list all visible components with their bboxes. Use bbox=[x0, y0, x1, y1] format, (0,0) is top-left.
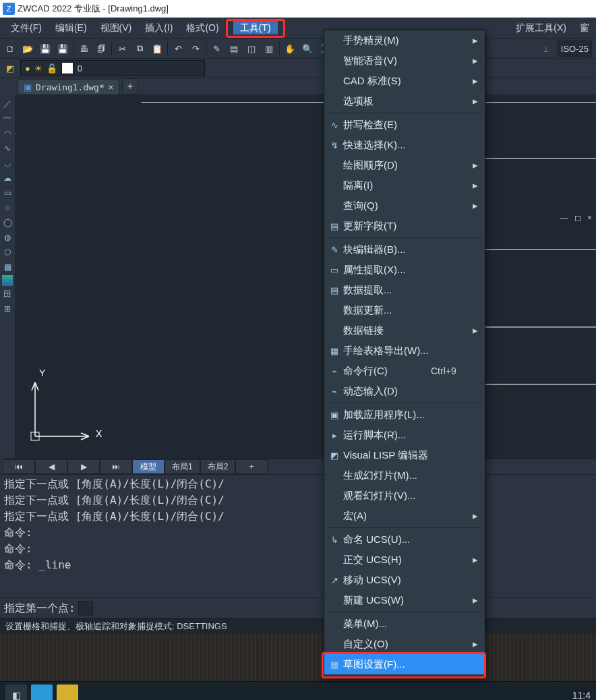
menu-item-1[interactable]: 智能语音(V)▸ bbox=[324, 51, 485, 71]
tool-palette-icon[interactable]: ▥ bbox=[262, 41, 276, 56]
minimize-icon[interactable]: — bbox=[560, 213, 568, 223]
menu-item-19[interactable]: ⌁动态输入(D) bbox=[324, 381, 485, 401]
menu-window[interactable]: 窗 bbox=[573, 20, 596, 37]
menu-ext-tools[interactable]: 扩展工具(X) bbox=[509, 20, 573, 37]
cut-icon[interactable]: ✂ bbox=[115, 41, 129, 56]
document-tab[interactable]: ▣ Drawing1.dwg* × bbox=[18, 79, 119, 94]
menu-item-6[interactable]: ↯快速选择(K)... bbox=[324, 135, 485, 155]
menu-item-0[interactable]: 手势精灵(M)▸ bbox=[324, 30, 485, 51]
layer-manager-icon[interactable]: ◩ bbox=[3, 61, 18, 76]
title-bar: Z ZWCAD 2022 专业版 - [Drawing1.dwg] bbox=[0, 0, 596, 18]
menu-item-18[interactable]: ⌁命令行(C)Ctrl+9 bbox=[324, 361, 485, 381]
open-icon[interactable]: 📂 bbox=[20, 41, 35, 56]
properties-icon[interactable]: ▤ bbox=[227, 41, 241, 56]
menu-item-22[interactable]: ▸运行脚本(R)... bbox=[324, 425, 485, 445]
undo-icon[interactable]: ↶ bbox=[171, 41, 185, 56]
close-tab-icon[interactable]: × bbox=[109, 82, 114, 92]
cmd-line: 命令: bbox=[4, 541, 592, 557]
saveas-icon[interactable]: 💾 bbox=[55, 41, 70, 56]
menu-item-2[interactable]: CAD 标准(S)▸ bbox=[324, 71, 485, 91]
dim-icon[interactable]: ⟂ bbox=[539, 41, 554, 56]
paste-icon[interactable]: 📋 bbox=[150, 41, 165, 56]
hatch-tool-icon[interactable]: ▩ bbox=[1, 260, 14, 274]
menu-item-35[interactable]: ▦草图设置(F)... bbox=[324, 654, 485, 674]
menu-item-30[interactable]: ↗移动 UCS(V) bbox=[324, 570, 485, 590]
layout-tab-model[interactable]: 模型 bbox=[132, 459, 165, 474]
task-app-2[interactable] bbox=[57, 684, 78, 700]
status-text: 设置栅格和捕捉、极轴追踪和对象捕捉模式: DSETTINGS bbox=[5, 620, 227, 633]
menu-item-13[interactable]: ▭属性提取(X)... bbox=[324, 260, 485, 280]
menu-item-24[interactable]: 生成幻灯片(M)... bbox=[324, 465, 485, 486]
layout-tab-add[interactable]: + bbox=[235, 459, 268, 474]
menu-item-5[interactable]: ∿拼写检查(E) bbox=[324, 115, 485, 135]
menu-view[interactable]: 视图(V) bbox=[94, 20, 139, 37]
nav-next-icon[interactable]: ▶ bbox=[67, 459, 100, 474]
menu-item-23[interactable]: ◩Visual LISP 编辑器 bbox=[324, 445, 485, 465]
task-app-1[interactable] bbox=[31, 684, 53, 700]
close-icon[interactable]: × bbox=[587, 213, 592, 223]
menu-format[interactable]: 格式(O) bbox=[179, 20, 225, 37]
copy-icon[interactable]: ⧉ bbox=[132, 41, 147, 56]
design-center-icon[interactable]: ◫ bbox=[244, 41, 259, 56]
polyline-tool-icon[interactable]: 〰 bbox=[1, 112, 14, 125]
menu-item-8[interactable]: 隔离(I)▸ bbox=[324, 175, 485, 196]
zoom-icon[interactable]: 🔍 bbox=[300, 41, 315, 56]
gradient-tool-icon[interactable] bbox=[2, 275, 13, 286]
polygon-tool-icon[interactable]: ⬡ bbox=[1, 245, 14, 259]
menu-item-31[interactable]: 新建 UCS(W)▸ bbox=[324, 590, 485, 610]
menu-item-21[interactable]: ▣加载应用程序(L)... bbox=[324, 405, 485, 425]
nav-prev-icon[interactable]: ◀ bbox=[35, 459, 67, 474]
command-input[interactable] bbox=[78, 601, 93, 616]
menu-item-14[interactable]: ▤数据提取... bbox=[324, 280, 485, 300]
donut-tool-icon[interactable]: ◍ bbox=[1, 231, 14, 244]
menu-item-26[interactable]: 宏(A)▸ bbox=[324, 506, 485, 526]
menu-item-10[interactable]: ▤更新字段(T) bbox=[324, 216, 485, 236]
layout-tab-1[interactable]: 布局1 bbox=[165, 459, 200, 474]
menu-tools-highlight: 工具(T) bbox=[226, 19, 285, 38]
menu-item-7[interactable]: 绘图顺序(D)▸ bbox=[324, 155, 485, 175]
menu-item-12[interactable]: ✎块编辑器(B)... bbox=[324, 239, 485, 260]
print-icon[interactable]: 🖶 bbox=[76, 41, 91, 56]
ellipse-tool-icon[interactable]: ◯ bbox=[1, 216, 14, 229]
maximize-icon[interactable]: ◻ bbox=[574, 213, 581, 223]
spline-tool-icon[interactable]: ∿ bbox=[1, 142, 14, 155]
preview-icon[interactable]: 🗐 bbox=[94, 41, 109, 56]
dim-style-dropdown[interactable]: ISO-25 bbox=[558, 40, 592, 57]
text-tool-icon[interactable]: 田 bbox=[1, 287, 14, 301]
menu-item-33[interactable]: 菜单(M)... bbox=[324, 614, 485, 634]
drawing-canvas[interactable]: Y X bbox=[15, 94, 596, 459]
menu-item-25[interactable]: 观看幻灯片(V)... bbox=[324, 486, 485, 506]
nav-first-icon[interactable]: ⏮ bbox=[3, 459, 35, 474]
rect-tool-icon[interactable]: ▭ bbox=[1, 186, 14, 200]
menu-item-16[interactable]: 数据链接▸ bbox=[324, 320, 485, 341]
start-button[interactable]: ◧ bbox=[5, 684, 27, 700]
menu-item-17[interactable]: ▦手绘表格导出(W)... bbox=[324, 341, 485, 361]
table-tool-icon[interactable]: ⊞ bbox=[1, 302, 14, 316]
new-icon[interactable]: 🗋 bbox=[3, 41, 18, 56]
menu-item-9[interactable]: 查询(Q)▸ bbox=[324, 196, 485, 216]
menu-insert[interactable]: 插入(I) bbox=[138, 20, 179, 37]
menu-item-3[interactable]: 选项板▸ bbox=[324, 91, 485, 111]
arc-tool-icon[interactable]: ◠ bbox=[1, 127, 14, 140]
menu-item-label: 属性提取(X)... bbox=[343, 264, 471, 276]
save-icon[interactable]: 💾 bbox=[38, 41, 53, 56]
menu-item-29[interactable]: 正交 UCS(H)▸ bbox=[324, 550, 485, 570]
arc2-tool-icon[interactable]: ◡ bbox=[1, 156, 14, 170]
menu-item-15[interactable]: 数据更新... bbox=[324, 300, 485, 320]
nav-last-icon[interactable]: ⏭ bbox=[100, 459, 132, 474]
layer-sun-icon: ☀ bbox=[34, 63, 42, 74]
layout-tab-2[interactable]: 布局2 bbox=[200, 459, 236, 474]
layer-dropdown[interactable]: ● ☀ 🔓 0 bbox=[20, 60, 205, 76]
redo-icon[interactable]: ↷ bbox=[188, 41, 203, 56]
line-tool-icon[interactable]: ／ bbox=[1, 97, 14, 111]
circle-tool-icon[interactable]: ○ bbox=[1, 201, 14, 214]
match-icon[interactable]: ✎ bbox=[209, 41, 224, 56]
cloud-tool-icon[interactable]: ☁ bbox=[1, 171, 14, 185]
menu-item-28[interactable]: ↳命名 UCS(U)... bbox=[324, 529, 485, 550]
menu-edit[interactable]: 编辑(E) bbox=[49, 20, 94, 37]
pan-icon[interactable]: ✋ bbox=[282, 41, 297, 56]
menu-item-34[interactable]: 自定义(O)▸ bbox=[324, 634, 485, 654]
menu-file[interactable]: 文件(F) bbox=[4, 20, 49, 37]
new-tab-button[interactable]: ＋ bbox=[122, 78, 138, 94]
menu-tools[interactable]: 工具(T) bbox=[233, 21, 278, 34]
